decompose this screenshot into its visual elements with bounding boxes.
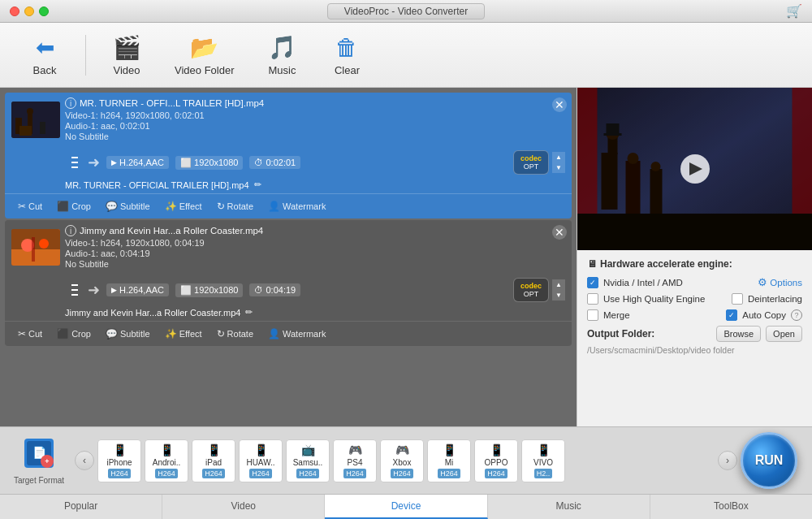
- crop-btn-2[interactable]: ⬛ Crop: [50, 326, 97, 342]
- scroll-arrows-1[interactable]: ▲ ▼: [552, 152, 565, 173]
- svg-text:+: +: [45, 457, 49, 465]
- output-duration-2: 0:04:19: [266, 285, 296, 295]
- device-oppo[interactable]: 📱 OPPO H264: [474, 439, 518, 482]
- video-button[interactable]: 🎬 Video: [98, 29, 155, 81]
- deinterlacing-checkbox[interactable]: [732, 293, 743, 305]
- device-samsung[interactable]: 📺 Samsu.. H264: [286, 439, 330, 482]
- music-button[interactable]: 🎵 Music: [253, 29, 310, 81]
- subtitle-btn-1[interactable]: 💬 Subtitle: [99, 198, 157, 214]
- full-name-row-1: MR. TURNER - OFFICIAL TRAILER [HD].mp4 ✏: [5, 178, 572, 193]
- clear-button[interactable]: 🗑 Clear: [318, 29, 375, 81]
- device-android[interactable]: 📱 Androi.. H264: [145, 439, 188, 482]
- crop-btn-1[interactable]: ⬛ Crop: [50, 198, 97, 214]
- options-button[interactable]: ⚙ Options: [758, 276, 802, 288]
- info-icon-2[interactable]: i: [65, 225, 76, 236]
- toolbar-divider-1: [85, 35, 86, 76]
- cut-btn-2[interactable]: ✂ Cut: [11, 326, 49, 342]
- output-duration-1: 0:02:01: [266, 158, 296, 167]
- thumbnail-2: [11, 229, 60, 266]
- crop-icon-1: ⬛: [57, 201, 69, 212]
- hardware-title: 🖥 Hardware accelerate engine:: [587, 258, 802, 270]
- play-button[interactable]: [680, 154, 710, 184]
- hardware-icon: 🖥: [587, 258, 597, 270]
- subtitle-icon-1: 💬: [106, 201, 118, 212]
- output-resolution-2: 1920x1080: [194, 285, 238, 295]
- ps4-icon: 🎮: [339, 443, 371, 456]
- file-close-1[interactable]: ✕: [552, 97, 567, 112]
- help-icon[interactable]: ?: [791, 309, 802, 321]
- file-item-2[interactable]: i Jimmy and Kevin Har...a Roller Coaster…: [5, 220, 572, 346]
- tab-video[interactable]: Video: [162, 495, 325, 519]
- codec-opt-btn-1[interactable]: codec OPT: [513, 150, 549, 175]
- nav-right-arrow[interactable]: ›: [718, 451, 737, 470]
- tab-toolbox[interactable]: ToolBox: [650, 495, 812, 519]
- info-icon-1[interactable]: i: [65, 97, 76, 109]
- device-ps4[interactable]: 🎮 PS4 H264: [333, 439, 377, 482]
- output-folder-row: Output Folder: Browse Open: [587, 326, 802, 342]
- file-close-2[interactable]: ✕: [552, 225, 567, 240]
- minimize-button[interactable]: [24, 6, 34, 16]
- mi-icon: 📱: [433, 443, 465, 456]
- tab-music[interactable]: Music: [488, 495, 650, 519]
- scroll-up-2[interactable]: ▲: [552, 279, 565, 290]
- auto-copy-checkbox[interactable]: [726, 309, 737, 321]
- device-ipad[interactable]: 📱 iPad H264: [192, 439, 235, 482]
- output-codec-1: H.264,AAC: [119, 158, 164, 167]
- subtitle-btn-2[interactable]: 💬 Subtitle: [99, 326, 157, 342]
- vivo-format: H2..: [534, 469, 553, 478]
- codec-opt-btn-2[interactable]: codec OPT: [513, 278, 549, 302]
- vivo-icon: 📱: [527, 443, 559, 456]
- scroll-up-1[interactable]: ▲: [552, 152, 565, 162]
- xbox-format: H264: [391, 469, 413, 478]
- file-item-1[interactable]: i MR. TURNER - OFFI...L TRAILER [HD].mp4…: [5, 93, 572, 218]
- nvidia-checkbox[interactable]: [587, 277, 598, 288]
- output-settings-1: ➜ ▶ H.264,AAC ⬜ 1920x1080: [5, 147, 572, 178]
- right-panel: 🖥 Hardware accelerate engine: Nvidia / I…: [577, 88, 812, 426]
- file-items-container[interactable]: i MR. TURNER - OFFI...L TRAILER [HD].mp4…: [0, 88, 577, 426]
- high-quality-row: Use High Quality Engine Deinterlacing: [587, 293, 802, 305]
- file-info-2: i Jimmy and Kevin Har...a Roller Coaster…: [65, 225, 565, 270]
- tab-popular[interactable]: Popular: [0, 495, 162, 519]
- target-format-icon: 📄 +: [23, 437, 55, 476]
- maximize-button[interactable]: [39, 6, 49, 16]
- opt-label-2: OPT: [520, 290, 542, 298]
- cart-icon[interactable]: 🛒: [786, 3, 802, 19]
- device-iphone[interactable]: 📱 iPhone H264: [97, 439, 141, 482]
- effect-btn-1[interactable]: ✨ Effect: [158, 198, 209, 214]
- clear-icon: 🗑: [335, 34, 358, 61]
- rotate-btn-2[interactable]: ↻ Rotate: [210, 326, 260, 342]
- back-button[interactable]: ⬅ Back: [16, 29, 73, 81]
- close-button[interactable]: [10, 6, 19, 16]
- merge-checkbox[interactable]: [587, 309, 598, 321]
- deinterlacing-label: Deinterlacing: [748, 294, 802, 304]
- device-huawei[interactable]: 📱 HUAW.. H264: [239, 439, 283, 482]
- rotate-btn-1[interactable]: ↻ Rotate: [210, 198, 260, 214]
- nav-left-arrow[interactable]: ‹: [75, 451, 94, 470]
- browse-button[interactable]: Browse: [716, 326, 761, 342]
- device-xbox[interactable]: 🎮 Xbox H264: [380, 439, 424, 482]
- play-icon: [689, 162, 702, 175]
- scroll-down-1[interactable]: ▼: [552, 162, 565, 173]
- device-mi[interactable]: 📱 Mi H264: [427, 439, 471, 482]
- codec-label-1: codec: [520, 154, 542, 162]
- codec-label-2: codec: [520, 282, 542, 290]
- run-button[interactable]: RUN: [741, 432, 797, 489]
- watermark-btn-1[interactable]: 👤 Watermark: [261, 198, 332, 214]
- svg-point-9: [39, 239, 49, 249]
- high-quality-checkbox[interactable]: [587, 293, 598, 305]
- scroll-arrows-2[interactable]: ▲ ▼: [552, 279, 565, 301]
- edit-name-icon-2[interactable]: ✏: [245, 307, 253, 318]
- video-folder-button[interactable]: 📂 Video Folder: [163, 29, 245, 81]
- scroll-down-2[interactable]: ▼: [552, 290, 565, 301]
- android-format: H264: [155, 469, 178, 478]
- device-vivo[interactable]: 📱 VIVO H2..: [521, 439, 565, 482]
- watermark-btn-2[interactable]: 👤 Watermark: [261, 326, 332, 342]
- gear-icon: ⚙: [758, 276, 767, 288]
- back-icon: ⬅: [36, 34, 54, 61]
- ps4-name: PS4: [339, 458, 371, 467]
- open-button[interactable]: Open: [766, 326, 802, 342]
- effect-btn-2[interactable]: ✨ Effect: [158, 326, 209, 342]
- edit-name-icon-1[interactable]: ✏: [254, 179, 261, 190]
- tab-device[interactable]: Device: [325, 495, 487, 519]
- cut-btn-1[interactable]: ✂ Cut: [11, 198, 49, 214]
